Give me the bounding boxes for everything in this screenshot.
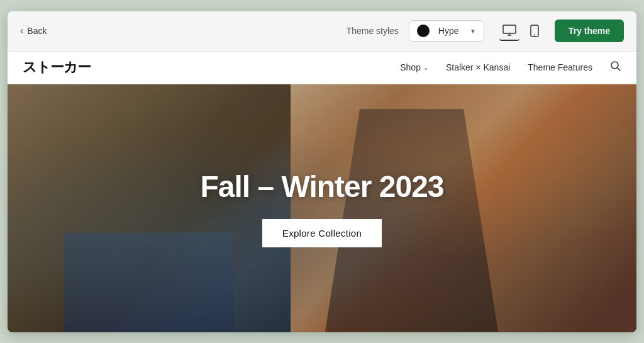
theme-dot-icon [417, 25, 430, 37]
store-logo: ストーカー [23, 58, 400, 77]
shop-chevron-icon: ⌄ [423, 64, 428, 71]
back-arrow-icon: ‹ [20, 25, 23, 37]
svg-point-4 [534, 35, 535, 36]
svg-rect-0 [503, 25, 516, 33]
svg-line-6 [618, 67, 621, 70]
back-button[interactable]: ‹ Back [20, 25, 47, 37]
explore-collection-button[interactable]: Explore Collection [262, 219, 382, 247]
theme-name: Hype [435, 26, 465, 36]
theme-style-selector[interactable]: Hype ▼ [409, 20, 484, 42]
search-button[interactable] [610, 60, 621, 75]
app-container: ‹ Back Theme styles Hype ▼ [8, 11, 636, 332]
desktop-view-button[interactable] [499, 21, 519, 41]
nav-theme-features-label: Theme Features [528, 62, 592, 72]
try-theme-button[interactable]: Try theme [555, 20, 624, 42]
back-label: Back [27, 26, 47, 36]
nav-shop-label: Shop [400, 62, 421, 72]
nav-stalker-label: Stalker × Kansai [446, 62, 510, 72]
toolbar-right: Try theme [555, 20, 624, 42]
theme-styles-label: Theme styles [347, 26, 399, 36]
device-switcher [499, 21, 545, 41]
nav-stalker-kansai[interactable]: Stalker × Kansai [446, 62, 510, 72]
store-nav-links: Shop ⌄ Stalker × Kansai Theme Features [400, 60, 621, 75]
hero-title: Fall – Winter 2023 [200, 169, 443, 204]
outer-bg: ‹ Back Theme styles Hype ▼ [0, 0, 644, 343]
store-nav: ストーカー Shop ⌄ Stalker × Kansai Theme Feat… [8, 52, 636, 84]
toolbar: ‹ Back Theme styles Hype ▼ [8, 11, 636, 52]
nav-theme-features[interactable]: Theme Features [528, 62, 592, 72]
hero-content: Fall – Winter 2023 Explore Collection [8, 84, 636, 332]
hero-section: Fall – Winter 2023 Explore Collection [8, 84, 636, 332]
nav-shop[interactable]: Shop ⌄ [400, 62, 428, 72]
chevron-down-icon: ▼ [470, 28, 476, 35]
mobile-view-button[interactable] [525, 21, 545, 41]
